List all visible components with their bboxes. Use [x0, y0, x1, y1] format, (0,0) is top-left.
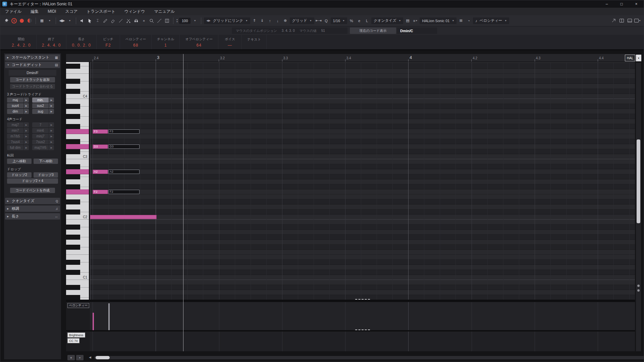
solo-editor-button[interactable]: S [11, 17, 17, 24]
black-key[interactable] [66, 124, 80, 129]
pin-icon[interactable] [3, 17, 10, 24]
drop2-4-button[interactable]: ドロップ2 + 4 [7, 178, 58, 184]
info-text[interactable]: テキスト [242, 35, 267, 49]
black-key[interactable] [66, 174, 80, 179]
menu-transport[interactable]: トランスポート [87, 9, 115, 14]
close-button[interactable]: × [629, 0, 644, 8]
drop2-button[interactable]: ドロップ2 [7, 172, 32, 178]
velocity-lane-area[interactable] [90, 302, 635, 330]
vertical-scrollbar-thumb[interactable] [637, 139, 640, 223]
vertical-scrollbar[interactable] [636, 63, 641, 351]
velocity-bar[interactable] [108, 303, 110, 330]
quantize-panel-button[interactable]: e [356, 17, 363, 24]
info-off-velocity[interactable]: オフベロシティー64 [180, 35, 218, 49]
part-list-icon[interactable]: ≡ [412, 17, 419, 24]
midi-note[interactable]: D3 [108, 144, 140, 149]
time-warp-tool[interactable] [164, 17, 170, 24]
zoom-handle-icon[interactable] [637, 285, 640, 287]
lane-resize-handle[interactable] [355, 299, 370, 300]
length-quantize-icon[interactable]: L [364, 17, 370, 24]
menu-file[interactable]: ファイル [5, 9, 21, 14]
midi-note[interactable]: F2 [93, 190, 108, 194]
menu-midi[interactable]: MIDI [48, 9, 56, 14]
horizontal-scrollbar-thumb[interactable] [96, 356, 110, 359]
black-key[interactable] [66, 295, 80, 300]
insert-velocity-value[interactable]: 100 [179, 18, 191, 24]
open-in-lower-zone-icon[interactable] [610, 17, 617, 24]
info-pitch[interactable]: ピッチF2 [97, 35, 120, 49]
move-up-button[interactable]: ↑ [267, 17, 273, 24]
grid-overlay-icon[interactable]: ⊞ [458, 17, 464, 24]
split-tool[interactable] [125, 17, 132, 24]
record-in-editor-button[interactable] [18, 17, 25, 24]
chord-aug-arrow[interactable] [49, 109, 54, 114]
chord-min-arrow[interactable] [49, 98, 54, 103]
midi-note[interactable]: A2 [93, 170, 108, 174]
part-indicator[interactable]: HAL [625, 55, 635, 61]
clock-icon[interactable]: ◔ [465, 17, 472, 24]
black-key[interactable] [66, 199, 80, 204]
quantize-preset-dropdown[interactable]: 1/16 [331, 17, 347, 24]
cc-lane-param[interactable]: CC 74 [67, 338, 79, 343]
piano-keyboard[interactable]: C4C3C2C1 [66, 62, 89, 300]
length-quantize-dropdown[interactable]: クオンタイズ [371, 17, 403, 24]
snap-type-icon[interactable]: ⇤⇥ [315, 17, 322, 24]
black-key[interactable] [66, 114, 80, 119]
glue-tool[interactable] [133, 17, 140, 24]
drop3-button[interactable]: ドロップ3 [34, 172, 58, 178]
midi-note[interactable] [90, 215, 157, 219]
midi-note[interactable]: F3 [93, 129, 108, 134]
info-channel[interactable]: チャンネル1 [152, 35, 180, 49]
velocity-lane-label[interactable]: ベロシティー [67, 303, 89, 308]
menu-edit[interactable]: 編集 [31, 9, 39, 14]
black-key[interactable] [66, 270, 80, 275]
menu-score[interactable]: スコア [65, 9, 77, 14]
lane-preset-dropdown[interactable] [76, 355, 84, 360]
erase-tool[interactable] [110, 17, 116, 24]
midi-note[interactable]: F3 [108, 129, 140, 134]
black-key[interactable] [66, 184, 80, 189]
black-key[interactable] [66, 139, 80, 144]
midi-note[interactable]: F2 [108, 190, 140, 194]
maximize-button[interactable]: □ [614, 0, 629, 8]
step-down-button[interactable]: ⇓ [259, 17, 266, 24]
trim-tool[interactable] [117, 17, 124, 24]
velocity-lane[interactable]: ベロシティー [66, 302, 635, 330]
snapshot-button[interactable]: ▦ [39, 17, 45, 24]
minimize-button[interactable]: – [599, 0, 614, 8]
crosshair-icon[interactable]: ⊕ [282, 17, 289, 24]
insert-velocity-dropdown[interactable] [192, 17, 198, 24]
black-key[interactable] [66, 209, 80, 215]
menu-manual[interactable]: マニュアル [154, 9, 174, 14]
velocity-bar[interactable] [93, 313, 94, 330]
range-tool[interactable]: ⌶ [94, 17, 101, 24]
speaker-icon[interactable] [79, 17, 86, 24]
black-key[interactable] [66, 285, 80, 290]
zoom-tool[interactable] [148, 17, 155, 24]
black-key[interactable] [66, 79, 80, 84]
black-key[interactable] [66, 164, 80, 169]
black-key[interactable] [66, 235, 80, 240]
add-chord-track-button[interactable]: コードトラックを追加 [10, 77, 55, 82]
black-key[interactable] [66, 104, 80, 109]
chord-sus2-button[interactable]: sus2 [32, 103, 49, 108]
move-down-inversion-button[interactable]: 下へ移動 [34, 159, 58, 164]
left-zone-toggle[interactable] [618, 17, 625, 24]
mute-tool[interactable]: × [141, 17, 147, 24]
lower-zone-toggle[interactable] [626, 17, 633, 24]
chord-sus4-button[interactable]: sus4 [7, 103, 23, 108]
line-tool[interactable] [156, 17, 163, 24]
autoscroll-dropdown[interactable] [66, 17, 73, 24]
highlighted-key[interactable] [66, 129, 89, 134]
section-scale-assistant[interactable]: スケールアシスタント [5, 54, 60, 61]
velocity-stepper[interactable]: ▲▼ [176, 18, 178, 23]
chord-sus4-arrow[interactable] [24, 103, 29, 108]
lane-resize-handle[interactable] [355, 329, 370, 330]
snapshot-dropdown[interactable] [46, 17, 53, 24]
setup-window-button[interactable] [634, 17, 641, 24]
autoscroll-button[interactable]: ◀▶ [59, 17, 65, 24]
chord-dim-arrow[interactable] [24, 109, 29, 114]
move-down-button[interactable]: ↓ [274, 17, 281, 24]
menu-window[interactable]: ウィンドウ [124, 9, 145, 14]
midi-note[interactable]: D3 [93, 144, 108, 149]
